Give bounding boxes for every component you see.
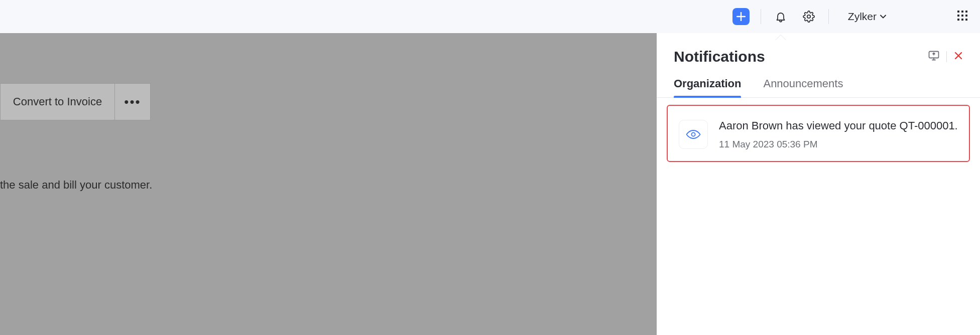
organization-selector[interactable]: Zylker [845,11,890,23]
notification-item[interactable]: Aaron Brown has viewed your quote QT-000… [667,105,970,162]
notification-time: 11 May 2023 05:36 PM [719,139,958,150]
divider [946,51,947,62]
notification-tabs: Organization Announcements [657,65,980,98]
close-icon [954,51,963,60]
divider [761,9,761,24]
svg-rect-3 [965,11,967,13]
svg-rect-4 [957,15,959,17]
gear-icon [803,11,815,23]
svg-point-11 [691,132,695,136]
divider [828,9,829,24]
notification-type-icon-wrap [679,120,708,149]
notifications-title: Notifications [674,48,765,65]
quote-description-fragment: the sale and bill your customer. [0,179,152,192]
more-actions-button[interactable]: ••• [115,84,150,120]
plus-icon [737,12,746,21]
quote-toolbar: Convert to Invoice ••• [0,83,151,120]
svg-point-0 [807,15,810,18]
chevron-down-icon [880,13,887,20]
svg-rect-1 [957,11,959,13]
svg-rect-2 [961,11,963,13]
svg-rect-6 [965,15,967,17]
notification-text: Aaron Brown has viewed your quote QT-000… [719,118,958,134]
monitor-icon [928,51,939,61]
eye-icon [686,129,701,139]
notifications-panel: Notifications Organization Announcements [657,33,980,335]
svg-rect-5 [961,15,963,17]
svg-rect-8 [961,19,963,21]
svg-rect-7 [957,19,959,21]
organization-name: Zylker [848,11,877,23]
app-launcher-button[interactable] [957,10,968,23]
tab-announcements[interactable]: Announcements [763,77,843,97]
bell-icon [775,11,787,23]
tab-organization[interactable]: Organization [674,77,741,97]
convert-to-invoice-button[interactable]: Convert to Invoice [1,84,115,120]
apps-grid-icon [957,10,968,21]
notifications-button[interactable] [772,8,789,25]
settings-button[interactable] [800,8,817,25]
add-button[interactable] [732,8,750,25]
desktop-notifications-button[interactable] [928,51,939,63]
svg-rect-9 [965,19,967,21]
close-panel-button[interactable] [954,51,963,62]
popover-caret [775,35,786,41]
